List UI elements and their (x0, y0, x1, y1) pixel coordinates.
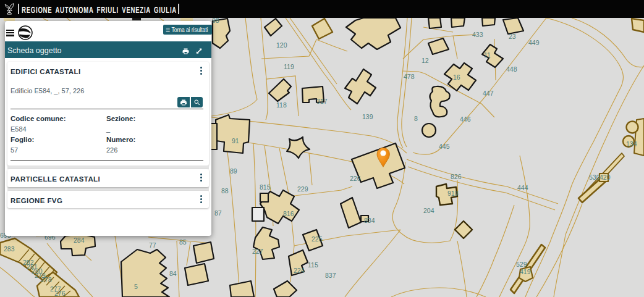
svg-text:88: 88 (221, 187, 229, 195)
svg-text:445: 445 (439, 143, 450, 150)
svg-text:278: 278 (41, 276, 52, 283)
svg-text:84: 84 (169, 270, 177, 277)
svg-text:225: 225 (311, 235, 323, 243)
svg-text:283: 283 (4, 245, 15, 253)
svg-text:226: 226 (350, 175, 361, 182)
svg-text:23: 23 (509, 33, 516, 40)
svg-text:98: 98 (212, 18, 219, 24)
svg-text:85: 85 (179, 238, 187, 246)
svg-text:446: 446 (460, 115, 471, 123)
svg-text:284: 284 (74, 236, 85, 244)
svg-text:433: 433 (472, 31, 483, 38)
svg-text:12: 12 (422, 57, 429, 64)
svg-text:918: 918 (447, 190, 459, 197)
svg-text:91: 91 (232, 137, 239, 144)
svg-text:139: 139 (362, 113, 373, 120)
svg-text:447: 447 (483, 90, 494, 97)
svg-text:11: 11 (484, 51, 491, 59)
svg-text:419: 419 (520, 268, 531, 275)
svg-text:444: 444 (517, 184, 528, 191)
svg-text:8: 8 (414, 115, 418, 122)
svg-text:5: 5 (134, 283, 138, 290)
svg-text:420: 420 (600, 174, 611, 181)
svg-text:115: 115 (308, 261, 318, 269)
svg-text:77: 77 (149, 241, 156, 249)
svg-text:478: 478 (404, 73, 415, 80)
svg-text:449: 449 (528, 39, 540, 46)
svg-text:276: 276 (54, 290, 66, 297)
svg-text:529: 529 (516, 261, 527, 268)
svg-text:229: 229 (297, 185, 308, 193)
svg-text:224: 224 (294, 267, 305, 274)
svg-text:834: 834 (364, 217, 375, 224)
svg-text:530: 530 (589, 174, 600, 181)
svg-text:16: 16 (453, 73, 460, 81)
svg-text:448: 448 (506, 65, 517, 73)
svg-text:816: 816 (283, 210, 294, 217)
svg-text:120: 120 (276, 41, 287, 49)
svg-text:227: 227 (252, 248, 263, 255)
svg-text:89: 89 (230, 167, 237, 175)
svg-text:119: 119 (284, 63, 294, 70)
svg-text:826: 826 (451, 173, 462, 180)
svg-text:837: 837 (325, 272, 336, 279)
svg-text:87: 87 (214, 209, 222, 217)
svg-text:134: 134 (626, 140, 637, 148)
svg-text:204: 204 (423, 207, 434, 214)
svg-text:118: 118 (276, 101, 287, 109)
svg-text:815: 815 (260, 183, 271, 191)
svg-text:317: 317 (316, 98, 328, 105)
